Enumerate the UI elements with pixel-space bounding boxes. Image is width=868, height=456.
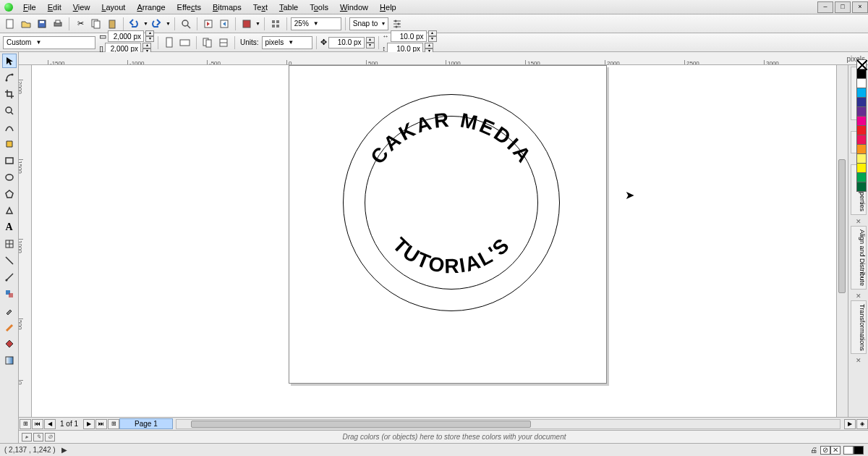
connector-tool[interactable] xyxy=(2,270,17,284)
window-minimize[interactable]: – xyxy=(817,1,833,13)
palette-none-icon[interactable]: ⊘ xyxy=(45,433,55,442)
text-tool[interactable]: A xyxy=(2,220,17,235)
document-palette[interactable]: ▸ ✎ ⊘ Drag colors (or objects) here to s… xyxy=(19,430,868,443)
units-dropdown[interactable]: pixels▼ xyxy=(262,36,312,49)
swatch[interactable] xyxy=(856,172,867,182)
window-maximize[interactable]: □ xyxy=(835,1,851,13)
last-page-icon[interactable]: ⏭ xyxy=(95,419,107,429)
zoom-level[interactable]: 25%▼ xyxy=(291,17,341,30)
palette-eyedropper-icon[interactable]: ✎ xyxy=(33,433,43,442)
horizontal-ruler[interactable]: -1500 -1000 -500 0 500 1000 1500 2000 25… xyxy=(19,52,868,65)
export-icon[interactable] xyxy=(217,17,231,31)
palette-menu-icon[interactable]: ▸ xyxy=(22,433,32,442)
undo-icon[interactable] xyxy=(127,17,142,31)
menu-layout[interactable]: Layout xyxy=(95,1,131,13)
interactive-fill-tool[interactable] xyxy=(2,353,17,368)
all-pages-icon[interactable] xyxy=(200,35,215,50)
save-icon[interactable] xyxy=(35,17,49,31)
print-icon[interactable] xyxy=(51,17,65,31)
swatch[interactable] xyxy=(856,182,867,192)
drawing-workspace[interactable]: CAKAR MEDIA TUTORIAL'S ➤ xyxy=(32,65,836,417)
page-navigator: ⊞ ⏮ ◀ 1 of 1 ▶ ⏭ ⊞ Page 1 ▶ ◈ xyxy=(19,417,868,430)
search-icon[interactable] xyxy=(179,17,193,31)
new-doc-icon[interactable] xyxy=(3,17,17,31)
add-page-icon[interactable]: ⊞ xyxy=(20,419,31,429)
page-tab-1[interactable]: Page 1 xyxy=(119,418,173,429)
smart-fill-tool[interactable] xyxy=(2,137,17,151)
fill-outline-swatch[interactable] xyxy=(843,446,864,455)
publish-pdf-icon[interactable] xyxy=(239,17,254,31)
paste-icon[interactable] xyxy=(105,17,119,31)
menu-effects[interactable]: Effects xyxy=(171,1,207,13)
cut-icon[interactable]: ✂ xyxy=(73,17,88,31)
docker-transformations[interactable]: Transformations xyxy=(851,300,867,355)
curved-text-bottom[interactable]: TUTORIAL'S xyxy=(343,94,560,311)
basic-shapes-tool[interactable] xyxy=(2,203,17,218)
menu-help[interactable]: Help xyxy=(374,1,402,13)
interactive-effects-tool[interactable] xyxy=(2,287,17,301)
app-launcher-icon[interactable] xyxy=(268,17,283,31)
prev-page-icon[interactable]: ◀ xyxy=(44,419,56,429)
navigator-icon[interactable]: ◈ xyxy=(856,419,868,429)
outline-tool[interactable] xyxy=(2,320,17,334)
swatch[interactable] xyxy=(856,78,867,88)
menu-table[interactable]: Table xyxy=(273,1,304,13)
copy-icon[interactable] xyxy=(89,17,103,31)
swatch[interactable] xyxy=(856,153,867,164)
swatch[interactable] xyxy=(856,97,867,107)
menu-bitmaps[interactable]: Bitmaps xyxy=(207,1,247,13)
freehand-tool[interactable] xyxy=(2,120,17,135)
duplicate-x[interactable] xyxy=(391,30,427,42)
vertical-ruler[interactable]: 2000 1500 1000 500 0 xyxy=(19,65,32,417)
docker-align-distribute[interactable]: Align and Distribute xyxy=(851,226,867,290)
fill-outline-indicator[interactable]: ⊘ ✕ xyxy=(820,446,841,455)
dimension-tool[interactable] xyxy=(2,253,17,268)
swatch[interactable] xyxy=(856,69,867,79)
swatch[interactable] xyxy=(856,88,867,98)
portrait-icon[interactable] xyxy=(162,35,176,50)
swatch-none[interactable] xyxy=(856,59,867,69)
rectangle-tool[interactable] xyxy=(2,153,17,168)
window-close[interactable]: × xyxy=(852,1,868,13)
fill-tool[interactable] xyxy=(2,337,17,351)
shape-tool[interactable] xyxy=(2,70,17,85)
open-icon[interactable] xyxy=(19,17,33,31)
page-size-preset[interactable]: Custom▼ xyxy=(3,36,95,49)
swatch[interactable] xyxy=(856,144,867,154)
menu-tools[interactable]: Tools xyxy=(304,1,334,13)
pick-tool[interactable] xyxy=(2,54,17,68)
add-page-after-icon[interactable]: ⊞ xyxy=(108,419,119,429)
next-page-icon[interactable]: ▶ xyxy=(83,419,95,429)
menu-edit[interactable]: Edit xyxy=(42,1,67,13)
import-icon[interactable] xyxy=(201,17,216,31)
color-proof-icon[interactable]: 🖨 xyxy=(810,446,817,455)
menu-file[interactable]: FFileile xyxy=(17,1,42,13)
redo-icon[interactable] xyxy=(150,17,164,31)
current-page-icon[interactable] xyxy=(216,35,231,50)
menu-arrange[interactable]: Arrange xyxy=(131,1,171,13)
menu-window[interactable]: Window xyxy=(334,1,374,13)
first-page-icon[interactable]: ⏮ xyxy=(32,419,43,429)
menu-text[interactable]: Text xyxy=(247,1,273,13)
mouse-cursor-icon: ➤ xyxy=(625,188,634,202)
page-width[interactable] xyxy=(108,30,144,42)
landscape-icon[interactable] xyxy=(178,35,192,50)
nudge-distance[interactable] xyxy=(328,37,365,48)
swatch[interactable] xyxy=(856,116,867,126)
table-tool[interactable] xyxy=(2,237,17,251)
polygon-tool[interactable] xyxy=(2,187,17,201)
vertical-scrollbar[interactable] xyxy=(836,65,848,417)
scroll-right-icon[interactable]: ▶ xyxy=(844,419,856,429)
swatch[interactable] xyxy=(856,163,867,173)
zoom-tool[interactable] xyxy=(2,104,17,118)
swatch[interactable] xyxy=(856,135,867,145)
options-icon[interactable] xyxy=(390,17,404,31)
swatch[interactable] xyxy=(856,125,867,135)
menu-view[interactable]: View xyxy=(67,1,96,13)
snap-to-dropdown[interactable]: Snap to▾ xyxy=(349,17,388,30)
eyedropper-tool[interactable] xyxy=(2,303,17,318)
horizontal-scrollbar[interactable] xyxy=(176,419,841,429)
ellipse-tool[interactable] xyxy=(2,170,17,185)
crop-tool[interactable] xyxy=(2,87,17,101)
swatch[interactable] xyxy=(856,106,867,117)
